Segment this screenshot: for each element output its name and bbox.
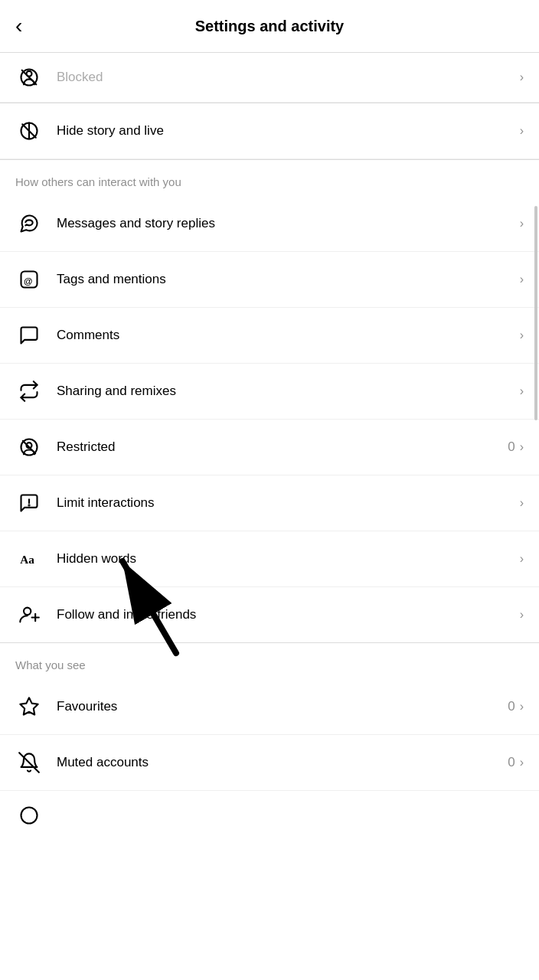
restricted-badge: 0 [508, 439, 514, 455]
svg-point-11 [28, 505, 29, 505]
muted-badge: 0 [508, 755, 514, 770]
page-header: ‹ Settings and activity [0, 0, 539, 53]
see-section-label: What you see [0, 643, 539, 679]
hidden-words-item[interactable]: Aa Hidden words › [0, 531, 539, 587]
tags-mentions-label: Tags and mentions [57, 272, 520, 287]
messages-right: › [520, 217, 524, 230]
restricted-label: Restricted [57, 439, 508, 455]
blocked-chevron: › [520, 70, 524, 84]
blocked-item[interactable]: Blocked › [0, 53, 539, 103]
restricted-right: 0 › [508, 439, 524, 455]
favourites-chevron: › [520, 700, 524, 714]
svg-point-18 [21, 808, 38, 824]
comments-right: › [520, 328, 524, 342]
hidden-words-label: Hidden words [57, 551, 520, 567]
follow-invite-icon [15, 601, 43, 629]
svg-text:Aa: Aa [20, 553, 34, 566]
page-title: Settings and activity [195, 18, 345, 35]
limit-interactions-label: Limit interactions [57, 495, 520, 511]
tags-right: › [520, 273, 524, 286]
svg-point-13 [24, 608, 31, 615]
follow-invite-item[interactable]: Follow and invite friends › [0, 587, 539, 643]
scrollbar[interactable] [534, 206, 537, 420]
svg-marker-16 [20, 697, 38, 714]
restricted-icon [15, 433, 43, 461]
favourites-item[interactable]: Favourites 0 › [0, 679, 539, 735]
sharing-right: › [520, 384, 524, 398]
messages-icon [15, 210, 43, 237]
hidden-words-chevron: › [520, 552, 524, 566]
sharing-icon [15, 377, 43, 405]
limit-right: › [520, 496, 524, 510]
hide-story-live-label: Hide story and live [57, 123, 520, 139]
hidden-words-icon: Aa [15, 545, 43, 573]
messages-story-replies-item[interactable]: Messages and story replies › [0, 196, 539, 252]
messages-story-replies-label: Messages and story replies [57, 216, 520, 231]
comments-icon [15, 322, 43, 349]
svg-line-17 [19, 753, 39, 773]
hide-story-live-item[interactable]: Hide story and live › [0, 103, 539, 159]
restricted-chevron: › [520, 440, 524, 454]
muted-accounts-label: Muted accounts [57, 755, 508, 770]
limit-interactions-item[interactable]: Limit interactions › [0, 475, 539, 531]
sharing-chevron: › [520, 384, 524, 398]
follow-invite-right: › [520, 608, 524, 622]
hide-story-live-right: › [520, 124, 524, 138]
muted-chevron: › [520, 756, 524, 769]
favourites-label: Favourites [57, 699, 508, 714]
comments-chevron: › [520, 328, 524, 342]
comments-item[interactable]: Comments › [0, 308, 539, 364]
hidden-words-right: › [520, 552, 524, 566]
tags-chevron: › [520, 273, 524, 286]
follow-invite-label: Follow and invite friends [57, 607, 520, 622]
blocked-label: Blocked [57, 70, 520, 85]
messages-chevron: › [520, 217, 524, 230]
blocked-right: › [520, 70, 524, 84]
sharing-remixes-item[interactable]: Sharing and remixes › [0, 364, 539, 420]
favourites-badge: 0 [508, 699, 514, 714]
blocked-icon [15, 64, 43, 91]
limit-chevron: › [520, 496, 524, 510]
comments-label: Comments [57, 328, 520, 343]
tags-icon: @ [15, 266, 43, 293]
partial-bottom-icon [15, 802, 43, 829]
favourites-icon [15, 693, 43, 720]
sharing-remixes-label: Sharing and remixes [57, 384, 520, 399]
hide-story-icon [15, 117, 43, 145]
limit-icon [15, 489, 43, 517]
svg-text:@: @ [24, 276, 32, 286]
muted-accounts-item[interactable]: Muted accounts 0 › [0, 735, 539, 791]
muted-right: 0 › [508, 755, 524, 770]
hide-story-live-chevron: › [520, 124, 524, 138]
follow-invite-chevron: › [520, 608, 524, 622]
interact-section-label: How others can interact with you [0, 160, 539, 196]
favourites-right: 0 › [508, 699, 524, 714]
settings-content: Blocked › Hide story and live › How othe… [0, 53, 539, 840]
partial-bottom-item[interactable] [0, 791, 539, 840]
restricted-item[interactable]: Restricted 0 › [0, 420, 539, 475]
muted-icon [15, 749, 43, 776]
tags-mentions-item[interactable]: @ Tags and mentions › [0, 252, 539, 308]
back-button[interactable]: ‹ [15, 12, 28, 40]
